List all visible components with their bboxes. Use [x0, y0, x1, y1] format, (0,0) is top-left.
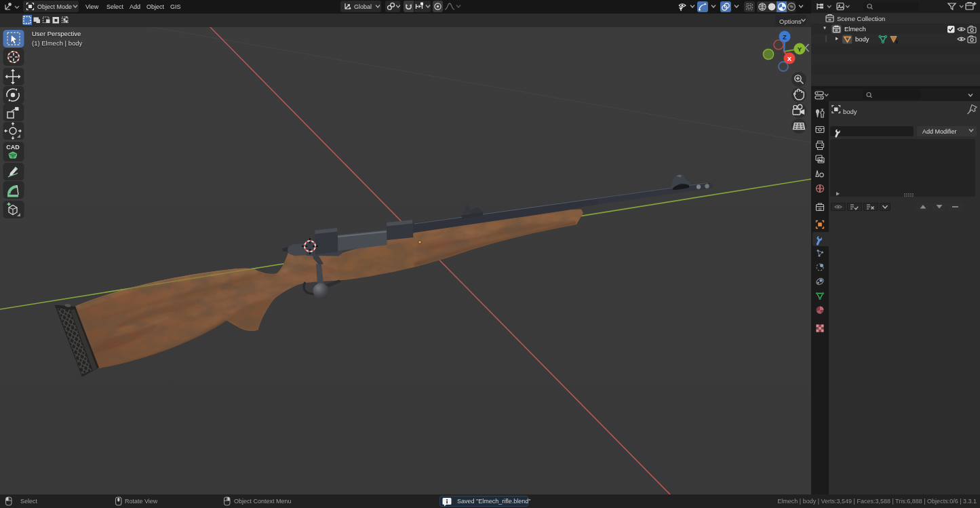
svg-text:Scene Collection: Scene Collection — [837, 15, 885, 22]
svg-text:CAD: CAD — [6, 144, 20, 151]
svg-text:s: s — [896, 39, 899, 44]
svg-text:Elmech: Elmech — [844, 25, 866, 33]
svg-text:body: body — [855, 35, 869, 43]
svg-text:Z: Z — [783, 33, 787, 41]
svg-text:X: X — [787, 55, 792, 62]
svg-text:Y: Y — [798, 45, 802, 53]
